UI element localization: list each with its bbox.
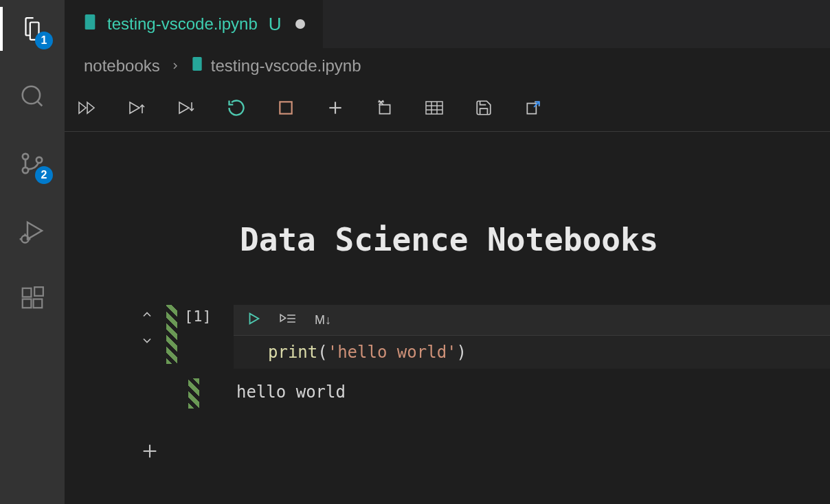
save-icon[interactable]	[473, 97, 495, 119]
cell-move-controls	[139, 308, 162, 350]
svg-rect-15	[192, 57, 201, 71]
run-cell-icon[interactable]	[246, 311, 261, 329]
explorer-badge: 1	[35, 32, 53, 49]
notebook-file-icon	[190, 56, 204, 76]
output-status-stripe	[188, 378, 199, 409]
notebook-file-icon	[82, 13, 98, 35]
editor-main: testing-vscode.ipynb U notebooks testing…	[65, 0, 830, 504]
svg-line-1	[37, 101, 42, 106]
source-control-badge: 2	[35, 166, 53, 184]
variables-icon[interactable]	[423, 97, 445, 119]
svg-marker-16	[79, 102, 86, 113]
activity-explorer-icon[interactable]: 1	[16, 12, 49, 45]
clear-outputs-icon[interactable]	[374, 97, 396, 119]
svg-marker-18	[130, 102, 139, 113]
code-token-paren: (	[317, 343, 327, 362]
svg-rect-10	[23, 288, 32, 297]
svg-marker-5	[27, 222, 42, 240]
activity-extensions-icon[interactable]	[16, 282, 49, 314]
breadcrumb: notebooks testing-vscode.ipynb	[65, 48, 830, 84]
tab-git-status: U	[269, 14, 282, 35]
cell-action-bar: M↓	[234, 305, 830, 335]
svg-marker-20	[179, 102, 189, 113]
run-by-line-icon[interactable]	[279, 312, 297, 329]
convert-to-markdown-button[interactable]: M↓	[315, 313, 331, 328]
activity-search-icon[interactable]	[16, 80, 49, 113]
breadcrumb-folder-label: notebooks	[84, 56, 160, 76]
svg-point-4	[36, 157, 42, 163]
code-token-paren: )	[457, 343, 467, 362]
svg-rect-34	[527, 103, 536, 113]
move-cell-down-icon[interactable]	[139, 334, 162, 350]
svg-point-0	[23, 87, 40, 104]
interrupt-kernel-icon[interactable]	[275, 97, 297, 119]
run-below-icon[interactable]	[176, 97, 198, 119]
tab-dirty-dot-icon[interactable]	[295, 19, 305, 29]
run-above-icon[interactable]	[126, 97, 148, 119]
breadcrumb-file-label: testing-vscode.ipynb	[211, 56, 361, 76]
activity-run-debug-icon[interactable]	[16, 214, 49, 247]
run-all-icon[interactable]	[77, 97, 99, 119]
export-icon[interactable]	[522, 97, 544, 119]
tab-file-name: testing-vscode.ipynb	[107, 14, 258, 34]
svg-marker-37	[280, 314, 286, 321]
breadcrumb-folder[interactable]: notebooks	[84, 56, 160, 76]
restart-kernel-icon[interactable]	[225, 97, 247, 119]
notebook-body: Data Science Notebooks [1]	[65, 132, 830, 504]
notebook-toolbar	[65, 84, 830, 132]
svg-marker-36	[250, 314, 259, 324]
move-cell-up-icon[interactable]	[139, 308, 162, 324]
svg-rect-29	[426, 102, 442, 114]
code-token-string: 'hello world'	[328, 343, 457, 362]
svg-marker-17	[87, 102, 94, 113]
cell-output-text: hello world	[236, 378, 346, 409]
add-cell-icon[interactable]	[324, 97, 346, 119]
code-token-fn: print	[268, 343, 317, 362]
execution-count: [1]	[184, 305, 224, 325]
tab-testing-vscode[interactable]: testing-vscode.ipynb U	[65, 0, 323, 48]
svg-rect-13	[34, 287, 43, 296]
add-cell-button[interactable]	[140, 442, 830, 463]
cell-main: M↓ print('hello world')	[234, 305, 830, 369]
activity-source-control-icon[interactable]: 2	[16, 147, 49, 180]
code-cell: [1] M↓ print('hello world')	[65, 305, 830, 369]
markdown-heading[interactable]: Data Science Notebooks	[240, 221, 830, 258]
svg-rect-25	[379, 104, 390, 113]
tab-bar: testing-vscode.ipynb U	[65, 0, 830, 48]
breadcrumb-file[interactable]: testing-vscode.ipynb	[190, 56, 361, 76]
svg-rect-11	[23, 299, 32, 308]
svg-point-2	[23, 154, 28, 159]
activity-bar: 1 2	[0, 0, 65, 504]
svg-rect-14	[85, 14, 96, 30]
execution-status-stripe	[166, 305, 177, 364]
svg-point-3	[23, 168, 28, 173]
cell-output-row: hello world	[65, 378, 830, 409]
code-editor[interactable]: print('hello world')	[234, 335, 830, 369]
chevron-right-icon	[170, 56, 181, 76]
svg-rect-12	[34, 299, 43, 308]
svg-rect-22	[280, 102, 291, 113]
